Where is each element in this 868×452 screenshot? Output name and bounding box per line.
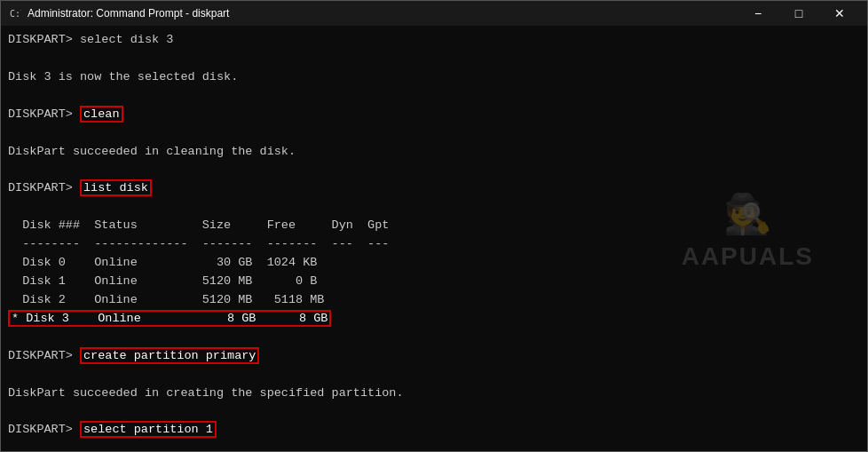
title-bar: C:\ Administrator: Command Prompt - disk…	[1, 1, 867, 26]
disk3-highlight: * Disk 3 Online 8 GB 8 GB	[8, 310, 331, 327]
terminal-line: -------- ------------- ------- ------- -…	[8, 235, 860, 254]
cmd-icon: C:\	[8, 6, 22, 20]
terminal-line	[8, 440, 860, 451]
terminal-line: DISKPART> select disk 3	[8, 31, 860, 50]
window-controls: − □ ✕	[738, 1, 860, 26]
command-highlight: list disk	[80, 179, 152, 196]
terminal-line: Disk 2 Online 5120 MB 5118 MB	[8, 291, 860, 310]
terminal-line: DISKPART> list disk	[8, 179, 860, 198]
terminal-line: Disk ### Status Size Free Dyn Gpt	[8, 217, 860, 235]
command-highlight: clean	[80, 106, 123, 123]
terminal-line	[8, 87, 860, 106]
terminal-line	[8, 50, 860, 68]
terminal-line	[8, 329, 860, 347]
terminal-line: DiskPart succeeded in creating the speci…	[8, 385, 860, 403]
terminal-line: Disk 3 is now the selected disk.	[8, 68, 860, 87]
terminal-line	[8, 402, 860, 421]
command-highlight: select partition 1	[80, 421, 217, 438]
minimize-button[interactable]: −	[738, 1, 778, 26]
terminal-line: DISKPART> clean	[8, 106, 860, 124]
maximize-button[interactable]: □	[778, 1, 819, 26]
terminal-body[interactable]: 🕵 AAPUALS DISKPART> select disk 3 Disk 3…	[1, 26, 867, 451]
svg-text:C:\: C:\	[10, 9, 21, 19]
terminal-line	[8, 124, 860, 143]
terminal-line: Disk 1 Online 5120 MB 0 B	[8, 273, 860, 291]
disk3-row: * Disk 3 Online 8 GB 8 GB	[8, 310, 860, 329]
terminal-line	[8, 366, 860, 385]
terminal-line: DISKPART> create partition primary	[8, 347, 860, 366]
terminal-line: DISKPART> select partition 1	[8, 421, 860, 440]
terminal-line: Disk 0 Online 30 GB 1024 KB	[8, 254, 860, 273]
window-title: Administrator: Command Prompt - diskpart	[28, 7, 738, 20]
close-button[interactable]: ✕	[819, 1, 860, 26]
window: C:\ Administrator: Command Prompt - disk…	[0, 0, 868, 452]
terminal-line: DiskPart succeeded in cleaning the disk.	[8, 143, 860, 162]
command-highlight: create partition primary	[80, 347, 259, 364]
terminal-line	[8, 198, 860, 217]
terminal-line	[8, 161, 860, 179]
